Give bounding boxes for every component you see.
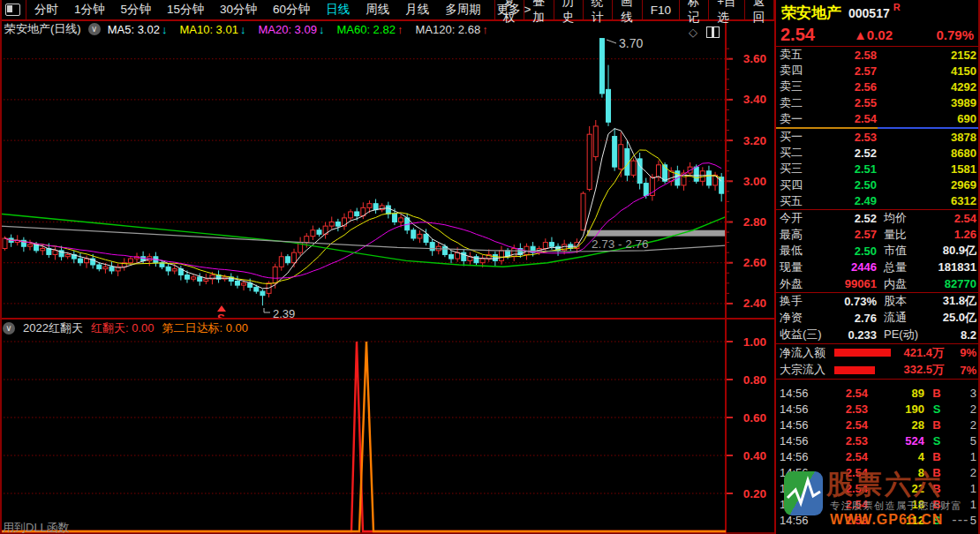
quote-header: 荣安地产 000517 R 2.54 ▲0.02 0.79% — [776, 0, 980, 47]
order-volume: 4292 — [877, 80, 976, 94]
tick-time: 14:56 — [780, 434, 817, 448]
period-tabs: 分时1分钟5分钟15分钟30分钟60分钟日线周线月线多周期更多 > — [26, 0, 539, 19]
period-tab-日线[interactable]: 日线 — [318, 0, 358, 19]
period-tab-30分钟[interactable]: 30分钟 — [212, 0, 265, 19]
stat-value: 1.26 — [924, 228, 976, 241]
split-window-icon[interactable] — [706, 26, 720, 38]
order-price: 2.56 — [818, 80, 877, 94]
period-tab-分时[interactable]: 分时 — [26, 0, 66, 19]
order-level-label: 买五 — [780, 193, 818, 209]
order-book-row[interactable]: 买二2.528680 — [776, 145, 980, 161]
stat-label: 股本 — [884, 293, 924, 309]
sub-collapse-chevron-icon[interactable]: ∨ — [3, 322, 15, 335]
stat-label: 今开 — [780, 210, 834, 226]
period-tab-周线[interactable]: 周线 — [358, 0, 397, 19]
order-level-label: 卖三 — [780, 79, 818, 94]
order-volume: 6312 — [877, 194, 976, 207]
stat-label: 最高 — [780, 227, 834, 243]
layout-icon[interactable] — [5, 4, 20, 16]
tick-price: 2.54 — [817, 450, 868, 463]
order-volume: 3878 — [877, 131, 976, 144]
ma-label: MA120: 2.68↑ — [415, 23, 487, 36]
tick-count: 5 — [949, 434, 976, 448]
tick-direction: B — [924, 498, 949, 511]
sub-chart[interactable]: 1.000.800.600.400.20 — [0, 318, 775, 534]
period-tab-1分钟[interactable]: 1分钟 — [66, 0, 113, 19]
order-price: 2.55 — [818, 96, 877, 109]
tick-volume: 8 — [868, 466, 924, 479]
tool-历史[interactable]: 历史 — [554, 0, 583, 19]
status-message: 用到DLL函数 — [3, 520, 70, 534]
collapse-chevron-icon[interactable]: ∨ — [88, 23, 101, 35]
tool-标记[interactable]: 标记 — [679, 0, 708, 19]
tool-叠加[interactable]: 叠加 — [524, 0, 553, 19]
svg-text:3.00: 3.00 — [743, 175, 766, 188]
tool-统计[interactable]: 统计 — [583, 0, 612, 19]
svg-text:S: S — [217, 312, 225, 318]
order-book-row[interactable]: 卖一2.54690 — [776, 111, 980, 127]
r-flag: R — [893, 2, 901, 12]
period-tab-60分钟[interactable]: 60分钟 — [265, 0, 318, 19]
tick-count: 1 — [949, 450, 976, 463]
tool-+自选[interactable]: +自选 — [708, 0, 743, 19]
order-level-label: 卖四 — [780, 63, 818, 79]
diamond-icon[interactable]: ◇ — [689, 26, 697, 39]
period-tab-多周期[interactable]: 多周期 — [437, 0, 489, 19]
tick-time: 14:56 — [780, 387, 817, 400]
tick-row: 14:562.53524S5 — [776, 433, 980, 449]
stat-value: 0.233 — [834, 328, 877, 342]
tick-time: 14:56 — [780, 482, 817, 495]
svg-text:2.60: 2.60 — [743, 256, 766, 269]
tick-price: 2.54 — [817, 387, 868, 400]
tool-返回[interactable]: 返回 — [744, 0, 774, 19]
ma-label: MA20: 3.09↓ — [258, 23, 324, 36]
period-tab-月线[interactable]: 月线 — [397, 0, 437, 19]
order-book-row[interactable]: 买五2.496312 — [776, 193, 980, 209]
tick-time: 14:56 — [780, 402, 817, 416]
order-book-row[interactable]: 买四2.502969 — [776, 177, 980, 193]
stat-value: 2446 — [834, 260, 877, 274]
window-left-border — [0, 0, 2, 534]
order-volume: 2152 — [877, 49, 976, 62]
last-price: 2.54 — [780, 25, 815, 45]
stat-label: 换手 — [780, 293, 834, 309]
ma-trend-arrow-icon: ↑ — [397, 23, 403, 36]
tick-volume: 18 — [868, 498, 924, 511]
order-book-row[interactable]: 卖四2.574150 — [776, 63, 980, 79]
tick-price: 2.54 — [817, 418, 868, 432]
stat-value: 8.2 — [924, 328, 976, 342]
order-book-row[interactable]: 卖五2.582152 — [776, 47, 980, 63]
order-level-label: 买一 — [780, 129, 818, 145]
tick-row: 14:562.5428B2 — [776, 417, 980, 433]
period-tab-15分钟[interactable]: 15分钟 — [159, 0, 212, 19]
period-tab-5分钟[interactable]: 5分钟 — [113, 0, 160, 19]
order-price: 2.51 — [818, 162, 877, 176]
order-book-row[interactable]: 卖二2.553989 — [776, 95, 980, 111]
order-book-row[interactable]: 卖三2.564292 — [776, 79, 980, 94]
ma-label: MA10: 3.01↓ — [179, 23, 245, 36]
ma-legend: MA5: 3.02↓MA10: 3.01↓MA20: 3.09↓MA60: 2.… — [108, 23, 488, 36]
tool-画线[interactable]: 画线 — [612, 0, 641, 19]
indicator-name[interactable]: 2022红翻天 — [23, 320, 83, 336]
tool-F10[interactable]: F10 — [642, 0, 679, 19]
main-chart[interactable]: 3.603.403.203.002.802.602.403.702.392.73… — [0, 19, 775, 318]
tick-volume: 112 — [868, 514, 924, 527]
chart-header: 荣安地产(日线) ∨ MA5: 3.02↓MA10: 3.01↓MA20: 3.… — [4, 22, 488, 36]
stock-name: 荣安地产 — [781, 3, 841, 23]
order-volume: 690 — [877, 112, 976, 125]
tick-price: 2.53 — [817, 514, 868, 527]
order-volume: 1581 — [877, 162, 976, 176]
stat-value: 25.0亿 — [924, 310, 976, 326]
ma-label: MA5: 3.02↓ — [108, 23, 168, 36]
svg-text:0.80: 0.80 — [743, 373, 766, 387]
order-price: 2.50 — [818, 178, 877, 192]
order-volume: 4150 — [877, 64, 976, 78]
tick-row: 14:562.5489B3 — [776, 386, 980, 402]
order-price: 2.52 — [818, 147, 877, 160]
stat-label: 外盘 — [780, 276, 834, 292]
stats-b: 换手0.73%股本31.8亿净资2.76流通25.0亿收益(三)0.233PE(… — [776, 293, 980, 343]
order-book-row[interactable]: 买一2.533878 — [776, 129, 980, 145]
order-book-row[interactable]: 买三2.511581 — [776, 161, 980, 177]
tool-复权[interactable]: 复权 — [494, 0, 524, 19]
flow-row: 净流入额421.4万9% — [776, 344, 980, 362]
